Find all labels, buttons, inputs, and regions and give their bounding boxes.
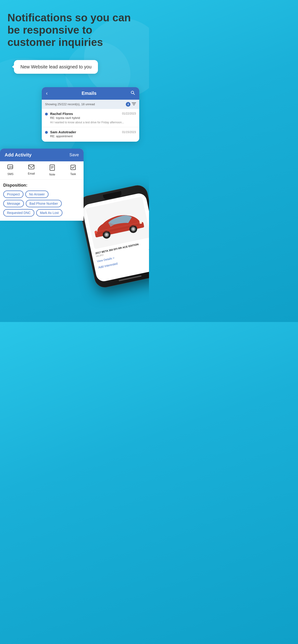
unread-indicator — [45, 113, 48, 116]
svg-text:SMS: SMS — [9, 166, 13, 168]
note-icon — [50, 164, 55, 172]
activity-tabs: SMS SMS Email — [0, 161, 84, 180]
filter-icon[interactable] — [132, 102, 136, 106]
activity-header: Add Activity Save — [0, 148, 84, 161]
email-list: Rachel Flores 01/22/2023 RE: toyota rav4… — [42, 109, 139, 142]
tab-email[interactable]: Email — [23, 164, 40, 176]
email-item[interactable]: Rachel Flores 01/22/2023 RE: toyota rav4… — [42, 109, 139, 128]
email-preview: Hi I wanted to know about a test drive f… — [50, 120, 136, 124]
disposition-title: Disposition: — [3, 183, 80, 188]
email-date: 01/22/2023 — [122, 112, 136, 115]
back-button[interactable]: ‹ — [46, 90, 48, 96]
email-sender-row: Rachel Flores 01/22/2023 — [50, 112, 136, 116]
disposition-row-1: Prospect No Answer — [3, 190, 80, 198]
add-interested-link[interactable]: Add Interested — [98, 262, 118, 269]
tab-sms[interactable]: SMS SMS — [2, 164, 19, 176]
svg-rect-7 — [29, 165, 34, 169]
activity-panel-title: Add Activity — [5, 152, 32, 158]
bottom-section: Add Activity Save SMS SMS — [0, 148, 149, 269]
email-panel-title: Emails — [48, 91, 130, 96]
email-records-count: Showing 25/222 record(s), 18 unread — [45, 102, 95, 106]
notification-bubble: New Website lead assigned to you — [14, 60, 98, 74]
email-sender-row: Sam Autotrader 01/15/2023 — [50, 130, 136, 134]
svg-rect-8 — [50, 165, 55, 170]
email-content: Sam Autotrader 01/15/2023 RE: appointmen… — [50, 130, 136, 139]
email-subject: RE: appointment — [50, 134, 136, 138]
save-button[interactable]: Save — [69, 152, 79, 158]
email-content: Rachel Flores 01/22/2023 RE: toyota rav4… — [50, 112, 136, 124]
disposition-row-3: Requested DNC Mark As Lost — [3, 209, 80, 216]
notification-text: New Website lead assigned to you — [21, 64, 91, 69]
svg-line-1 — [133, 94, 135, 95]
disposition-section: Disposition: Prospect No Answer Message … — [0, 180, 84, 221]
tab-task[interactable]: Task — [65, 164, 81, 176]
task-icon — [70, 164, 76, 172]
hero-title: Notifications so you can be responsive t… — [8, 12, 142, 48]
chip-requested-dnc[interactable]: Requested DNC — [3, 209, 34, 216]
sms-label: SMS — [8, 172, 14, 176]
chip-prospect[interactable]: Prospect — [3, 190, 24, 198]
car-price: $-- — [149, 248, 149, 253]
unread-indicator — [45, 131, 48, 134]
email-subheader: Showing 25/222 record(s), 18 unread 4 — [42, 100, 139, 109]
email-header: ‹ Emails — [42, 87, 139, 100]
email-sender: Sam Autotrader — [50, 130, 76, 134]
disposition-row-2: Message Bad Phone Number — [3, 200, 80, 207]
email-sender: Rachel Flores — [50, 112, 73, 116]
sms-icon: SMS — [8, 164, 14, 172]
tab-note[interactable]: Note — [44, 164, 60, 176]
email-label: Email — [28, 172, 35, 175]
task-label: Task — [70, 172, 76, 176]
email-icon — [28, 164, 34, 171]
chip-bad-phone[interactable]: Bad Phone Number — [26, 200, 62, 207]
activity-panel: Add Activity Save SMS SMS — [0, 148, 84, 221]
chip-no-answer[interactable]: No Answer — [25, 190, 49, 198]
hero-section: Notifications so you can be responsive t… — [0, 0, 149, 60]
note-label: Note — [49, 173, 55, 176]
email-item[interactable]: Sam Autotrader 01/15/2023 RE: appointmen… — [42, 127, 139, 142]
email-panel: ‹ Emails Showing 25/222 record(s), 18 un… — [42, 87, 139, 142]
chip-message[interactable]: Message — [3, 200, 24, 207]
email-filter-area[interactable]: 4 — [126, 102, 136, 107]
email-date: 01/15/2023 — [122, 130, 136, 134]
email-search-button[interactable] — [130, 90, 135, 96]
filter-badge: 4 — [126, 102, 130, 107]
email-subject: RE: toyota rav4 hybrid — [50, 116, 136, 120]
activity-panel-wrapper: Add Activity Save SMS SMS — [0, 148, 149, 221]
chip-mark-as-lost[interactable]: Mark As Lost — [36, 209, 63, 216]
